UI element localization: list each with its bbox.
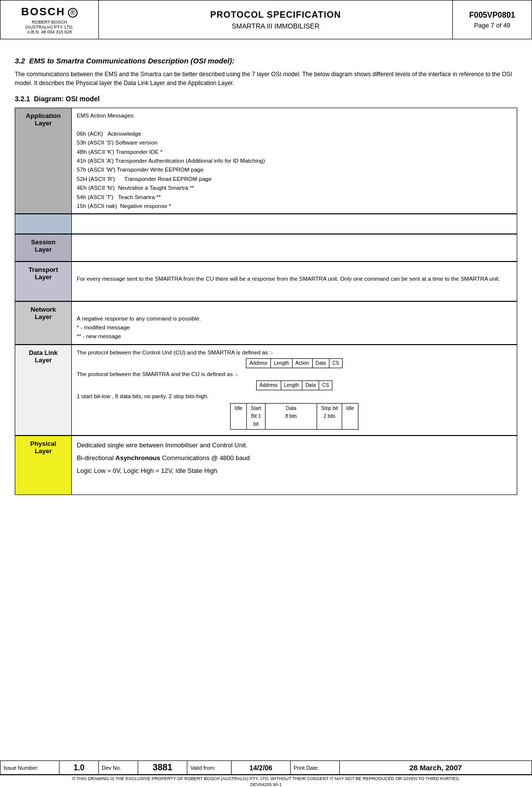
physical-layer-label: PhysicalLayer (15, 436, 72, 495)
datalink-line1: The protocol between the Control Unit (C… (77, 348, 512, 357)
page-number: Page 7 of 49 (474, 22, 510, 29)
bosch-registered: ® (68, 8, 78, 18)
physical-layer-content: Dedicated single wire between Immobilise… (72, 436, 517, 495)
header-right: F005VP0801 Page 7 of 49 (453, 0, 532, 39)
doc-title: PROTOCOL SPECIFICATION (210, 10, 341, 20)
presentation-layer-label (15, 214, 72, 234)
table-row: Data LinkLayer The protocol between the … (15, 345, 517, 435)
osi-table-data: Data LinkLayer The protocol between the … (15, 345, 517, 436)
transport-layer-content: For every message sent to the SMARTRA fr… (72, 262, 517, 301)
datalink-line3: 1 start bit-low , 8 data bits, no parity… (77, 392, 512, 401)
transport-layer-label: TransportLayer (15, 262, 72, 301)
datalink-table2: Address Length Data CS (256, 380, 332, 390)
dev-ref: DEV04205.9/I-1 (0, 782, 532, 787)
doc-number: F005VP0801 (469, 11, 515, 20)
doc-subtitle: SMARTRA III IMMOBILISER (232, 22, 320, 30)
dev-label: Dev No. (99, 761, 138, 775)
osi-table-pres (15, 214, 517, 234)
osi-table-trans: TransportLayer For every message sent to… (15, 262, 517, 301)
table-row: ApplicationLayer EMS Action Messages: 06… (15, 108, 517, 214)
table-row (15, 214, 517, 234)
section-title: 3.2 EMS to Smartra Communications Descri… (15, 57, 517, 65)
datalink-line2: The protocol between the SMARTRA and the… (77, 370, 512, 379)
osi-table-net: NetworkLayer A negative response to any … (15, 301, 517, 345)
subsection-title: 3.2.1 Diagram: OSI model (15, 95, 517, 103)
datalink-table1: Address Length Action Data CS (246, 358, 342, 368)
main-content: 3.2 EMS to Smartra Communications Descri… (0, 39, 532, 505)
issue-value: 1.0 (59, 761, 99, 775)
page-header: BOSCH ® ROBERT BOSCH (AUSTRALIA) PTY. LT… (0, 0, 532, 39)
osi-table: ApplicationLayer EMS Action Messages: 06… (15, 108, 517, 214)
osi-table-phys: PhysicalLayer Dedicated single wire betw… (15, 436, 517, 495)
session-layer-content (72, 234, 517, 262)
issue-label: Issue Number: (0, 761, 59, 775)
copyright-notice: © THIS DRAWING IS THE EXCLUSIVE PROPERTY… (0, 775, 532, 782)
page-footer: Issue Number: 1.0 Dev No. 3881 Valid fro… (0, 760, 532, 787)
footer-table: Issue Number: 1.0 Dev No. 3881 Valid fro… (0, 760, 532, 775)
company-sub: ROBERT BOSCH (AUSTRALIA) PTY. LTD. A.B.N… (25, 20, 74, 34)
header-center: PROTOCOL SPECIFICATION SMARTRA III IMMOB… (99, 0, 453, 39)
application-layer-content: EMS Action Messages: 06h (ACK) Acknowled… (72, 108, 517, 214)
datalink-layer-label: Data LinkLayer (15, 345, 72, 435)
bosch-name: BOSCH (21, 5, 65, 18)
ems-messages-title: EMS Action Messages: (77, 111, 512, 120)
print-value: 28 March, 2007 (340, 761, 532, 775)
valid-value: 14/2/06 (232, 761, 291, 775)
session-layer-label: SessionLayer (15, 234, 72, 262)
presentation-layer-content (72, 214, 517, 234)
print-label: Print Date: (291, 761, 340, 775)
table-row: SessionLayer (15, 234, 517, 262)
osi-table-sess: SessionLayer (15, 234, 517, 262)
table-row: TransportLayer For every message sent to… (15, 262, 517, 301)
table-row: PhysicalLayer Dedicated single wire betw… (15, 436, 517, 495)
valid-label: Valid from: (187, 761, 232, 775)
network-layer-label: NetworkLayer (15, 302, 72, 345)
network-layer-content: A negative response to any command is po… (72, 302, 517, 345)
table-row: NetworkLayer A negative response to any … (15, 302, 517, 345)
bit-frame-table: Idle Start Bit 1 bit Data 8 bits Stop bi… (230, 403, 358, 430)
datalink-layer-content: The protocol between the Control Unit (C… (72, 345, 517, 435)
company-logo: BOSCH ® ROBERT BOSCH (AUSTRALIA) PTY. LT… (0, 0, 99, 39)
footer-row: Issue Number: 1.0 Dev No. 3881 Valid fro… (0, 761, 532, 775)
application-layer-label: ApplicationLayer (15, 108, 72, 214)
dev-value: 3881 (138, 761, 187, 775)
intro-text: The communications between the EMS and t… (15, 70, 517, 87)
